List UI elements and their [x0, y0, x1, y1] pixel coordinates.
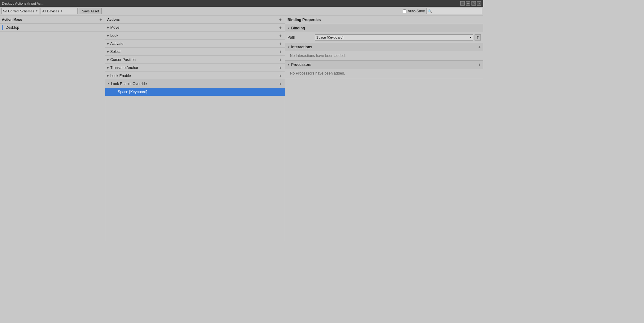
- action-item-cursor-position[interactable]: ▶ Cursor Position +: [105, 56, 285, 64]
- action-item-select-name: Select: [110, 50, 120, 54]
- search-input[interactable]: [426, 8, 482, 14]
- interactions-empty-text: No Interactions have been added.: [287, 52, 481, 59]
- interactions-section-header[interactable]: ▼ Interactions +: [285, 43, 483, 51]
- action-item-move[interactable]: ▶ Move +: [105, 24, 285, 32]
- interactions-section-header-left: ▼ Interactions: [287, 45, 312, 49]
- binding-path-dropdown-arrow-icon: ▼: [469, 36, 472, 39]
- add-look-binding-button[interactable]: +: [278, 33, 283, 38]
- add-select-binding-button[interactable]: +: [278, 49, 283, 54]
- action-item-activate[interactable]: ▶ Activate +: [105, 40, 285, 48]
- action-item-translate-anchor-name: Translate Anchor: [110, 66, 138, 70]
- window-minimize-btn[interactable]: —: [466, 1, 470, 6]
- action-item-translate-anchor-left: ▶ Translate Anchor: [107, 66, 138, 70]
- action-translate-anchor-arrow-icon: ▶: [107, 66, 109, 69]
- binding-section: ▼ Binding Path Space [Keyboard] ▼ T: [285, 24, 483, 43]
- binding-path-row: Path Space [Keyboard] ▼ T: [287, 33, 481, 41]
- action-item-cursor-position-name: Cursor Position: [110, 58, 136, 62]
- binding-properties-header: Binding Properties: [285, 15, 483, 24]
- action-map-active-indicator: [2, 25, 3, 30]
- auto-save-container: Auto-Save: [403, 8, 482, 14]
- no-control-schemes-dropdown[interactable]: No Control Schemes ▼: [1, 8, 39, 14]
- action-item-look-enable-left: ▶ Look Enable: [107, 74, 131, 78]
- binding-path-label: Path: [287, 35, 312, 40]
- action-maps-header: Action Maps +: [0, 15, 105, 24]
- action-item-move-left: ▶ Move: [107, 25, 119, 30]
- binding-section-arrow-icon: ▼: [287, 27, 290, 30]
- action-item-look[interactable]: ▶ Look +: [105, 32, 285, 40]
- binding-section-header[interactable]: ▼ Binding: [285, 24, 483, 32]
- action-look-enable-arrow-icon: ▶: [107, 74, 109, 77]
- all-devices-dropdown[interactable]: All Devices ▼: [41, 8, 78, 14]
- action-item-select[interactable]: ▶ Select +: [105, 48, 285, 56]
- add-look-enable-override-binding-button[interactable]: +: [278, 81, 283, 86]
- binding-path-dropdown-value: Space [Keyboard]: [316, 36, 343, 39]
- add-cursor-position-binding-button[interactable]: +: [278, 57, 283, 62]
- binding-section-header-left: ▼ Binding: [287, 26, 305, 30]
- action-look-arrow-icon: ▶: [107, 34, 109, 37]
- processors-section-arrow-icon: ▼: [287, 63, 290, 66]
- actions-header: Actions +: [105, 15, 285, 24]
- binding-item-space-keyboard[interactable]: Space [Keyboard]: [105, 88, 285, 96]
- processors-section-header-left: ▼ Processors: [287, 62, 311, 67]
- add-activate-binding-button[interactable]: +: [278, 41, 283, 46]
- processors-section: ▼ Processors + No Processors have been a…: [285, 61, 483, 78]
- add-look-enable-binding-button[interactable]: +: [278, 73, 283, 78]
- interactions-section-title: Interactions: [291, 45, 312, 49]
- add-translate-anchor-binding-button[interactable]: +: [278, 65, 283, 70]
- action-item-activate-name: Activate: [110, 41, 124, 46]
- no-control-schemes-label: No Control Schemes: [3, 9, 34, 13]
- window-controls[interactable]: ⋯ — □ ×: [460, 1, 481, 6]
- binding-properties-panel: Binding Properties ▼ Binding Path Space …: [285, 15, 483, 241]
- action-item-look-left: ▶ Look: [107, 33, 118, 38]
- toolbar: No Control Schemes ▼ All Devices ▼ Save …: [0, 7, 483, 15]
- action-item-move-name: Move: [110, 25, 119, 30]
- all-devices-arrow-icon: ▼: [60, 10, 63, 12]
- auto-save-label: Auto-Save: [408, 9, 425, 13]
- add-action-map-button[interactable]: +: [98, 17, 103, 22]
- action-map-name-desktop: Desktop: [6, 25, 19, 30]
- actions-title: Actions: [107, 18, 120, 21]
- no-control-schemes-arrow-icon: ▼: [36, 10, 38, 12]
- action-item-select-left: ▶ Select: [107, 50, 120, 54]
- interactions-section-content: No Interactions have been added.: [285, 51, 483, 60]
- action-item-cursor-position-left: ▶ Cursor Position: [107, 58, 136, 62]
- add-interaction-button[interactable]: +: [478, 45, 481, 50]
- action-move-arrow-icon: ▶: [107, 26, 109, 29]
- action-item-look-enable[interactable]: ▶ Look Enable +: [105, 72, 285, 80]
- action-activate-arrow-icon: ▶: [107, 42, 109, 45]
- binding-path-t-button[interactable]: T: [475, 34, 481, 41]
- add-processor-button[interactable]: +: [478, 62, 481, 67]
- binding-path-dropdown[interactable]: Space [Keyboard] ▼: [315, 34, 473, 41]
- action-item-look-enable-name: Look Enable: [110, 74, 131, 78]
- auto-save-checkbox[interactable]: [403, 9, 406, 13]
- action-item-look-enable-override[interactable]: ▼ Look Enable Override +: [105, 80, 285, 88]
- action-maps-title: Action Maps: [2, 18, 22, 21]
- processors-section-title: Processors: [291, 62, 311, 67]
- all-devices-label: All Devices: [42, 9, 59, 13]
- processors-section-content: No Processors have been added.: [285, 69, 483, 78]
- interactions-section: ▼ Interactions + No Interactions have be…: [285, 43, 483, 61]
- binding-item-space-keyboard-name: Space [Keyboard]: [118, 90, 147, 94]
- action-look-enable-override-arrow-icon: ▼: [107, 82, 110, 85]
- action-select-arrow-icon: ▶: [107, 50, 109, 53]
- save-asset-button[interactable]: Save Asset: [79, 8, 102, 14]
- add-move-binding-button[interactable]: +: [278, 25, 283, 30]
- title-bar: Desktop Actions (Input Ac... ⋯ — □ ×: [0, 0, 483, 7]
- binding-properties-title: Binding Properties: [287, 18, 321, 22]
- action-item-look-enable-override-left: ▼ Look Enable Override: [107, 82, 147, 86]
- main-container: Action Maps + Desktop Actions + ▶ Move +…: [0, 15, 483, 241]
- action-item-translate-anchor[interactable]: ▶ Translate Anchor +: [105, 64, 285, 72]
- processors-empty-text: No Processors have been added.: [287, 70, 481, 77]
- window-close-btn[interactable]: ×: [477, 1, 481, 6]
- binding-section-content: Path Space [Keyboard] ▼ T: [285, 32, 483, 43]
- action-map-item-desktop[interactable]: Desktop: [0, 24, 105, 32]
- window-menu-btn[interactable]: ⋯: [460, 1, 465, 6]
- interactions-section-arrow-icon: ▼: [287, 46, 290, 49]
- binding-section-title: Binding: [291, 26, 305, 30]
- add-action-button[interactable]: +: [278, 17, 283, 22]
- action-item-look-enable-override-name: Look Enable Override: [111, 82, 147, 86]
- window-title: Desktop Actions (Input Ac...: [2, 2, 44, 5]
- processors-section-header[interactable]: ▼ Processors +: [285, 61, 483, 69]
- window-maximize-btn[interactable]: □: [471, 1, 476, 6]
- action-item-look-name: Look: [110, 33, 118, 38]
